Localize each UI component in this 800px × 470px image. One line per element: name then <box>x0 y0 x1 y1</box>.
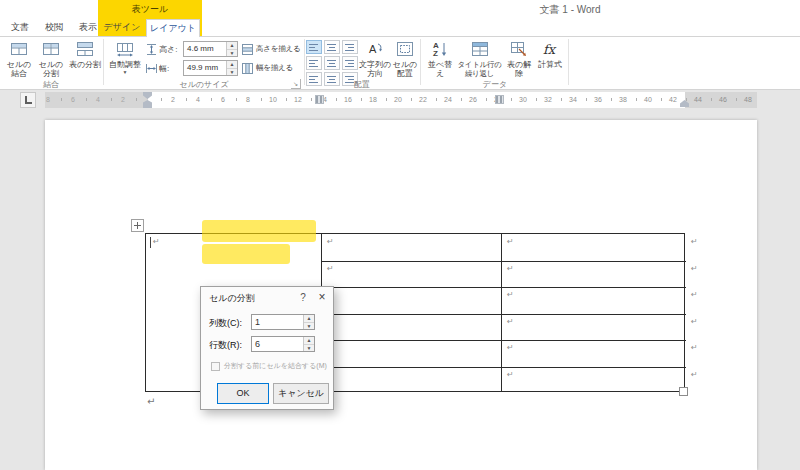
group-label-alignment: 配置 <box>304 79 420 90</box>
left-indent-marker[interactable] <box>143 105 152 108</box>
ruler-number: 20 <box>394 94 402 105</box>
distribute-columns-label: 幅を揃える <box>256 63 293 73</box>
ruler-number: 40 <box>644 94 652 105</box>
row-height-spinner[interactable]: ▲▼ <box>226 42 237 56</box>
ruler-number: 4 <box>96 94 100 105</box>
group-separator <box>103 39 104 85</box>
ruler-number: 8 <box>246 94 250 105</box>
formula-icon: fx <box>536 39 564 59</box>
ruler-number: 24 <box>444 94 452 105</box>
columns-count-value: 1 <box>255 315 260 329</box>
distribute-columns-button[interactable]: 幅を揃える <box>241 60 303 76</box>
cancel-button[interactable]: キャンセル <box>273 383 329 404</box>
row-height-input[interactable]: 4.6 mm ▲▼ <box>183 41 238 57</box>
ruler-number: 48 <box>744 94 752 105</box>
column-width-icon <box>145 61 158 74</box>
table-move-handle[interactable] <box>131 219 144 232</box>
group-label-data: データ <box>422 79 568 90</box>
text-direction-label: 文字列の方向 <box>358 60 392 78</box>
cell-margins-icon <box>392 39 418 59</box>
align-middle-right-button[interactable] <box>342 56 358 70</box>
split-cells-label: セルの分割 <box>36 60 66 78</box>
align-top-center-button[interactable] <box>324 40 340 54</box>
align-middle-center-button[interactable] <box>324 56 340 70</box>
rows-count-value: 6 <box>255 337 260 351</box>
ruler-number <box>411 98 412 101</box>
end-of-cell-marker: ↵ <box>691 264 698 274</box>
ruler-number: 38 <box>619 94 627 105</box>
ruler-number <box>736 98 737 101</box>
dialog-help-button[interactable]: ? <box>295 290 311 306</box>
table-row-border <box>321 340 686 341</box>
align-top-right-button[interactable] <box>342 40 358 54</box>
tab-table-design[interactable]: デザイン <box>100 19 144 36</box>
table-resize-handle[interactable] <box>679 387 688 396</box>
spin-down-icon[interactable]: ▼ <box>227 68 237 75</box>
alignment-lines-icon <box>345 50 354 51</box>
dialog-close-button[interactable]: × <box>313 289 331 306</box>
end-of-cell-marker: ↵ <box>327 264 334 274</box>
align-top-left-button[interactable] <box>306 40 322 54</box>
ruler-number: 18 <box>369 94 377 105</box>
spin-up-icon[interactable]: ▲ <box>304 315 314 322</box>
repeat-header-rows-label: タイトル行の繰り返し <box>457 60 502 78</box>
page[interactable]: ↵↵↵↵↵↵↵↵↵↵↵↵↵↵↵↵↵↵↵ ↵ <box>45 120 757 470</box>
end-of-cell-marker: ↵ <box>691 343 698 353</box>
spin-down-icon[interactable]: ▼ <box>304 322 314 329</box>
ruler-number <box>661 98 662 101</box>
table-row-border <box>321 287 686 288</box>
alignment-lines-icon <box>327 50 336 51</box>
column-width-input[interactable]: 49.9 mm ▲▼ <box>183 60 238 76</box>
tab-review[interactable]: 校閲 <box>40 19 68 36</box>
ruler-number: 16 <box>344 94 352 105</box>
end-of-cell-marker: ↵ <box>507 343 514 353</box>
distribute-rows-label: 高さを揃える <box>256 44 301 54</box>
alignment-lines-icon <box>327 44 336 45</box>
tab-mailings[interactable]: 文書 <box>6 19 34 36</box>
table-column-marker[interactable] <box>315 95 324 104</box>
end-of-cell-marker: ↵ <box>507 290 514 300</box>
cell-size-dialog-launcher-icon[interactable]: ↘ <box>291 79 301 89</box>
ruler-number <box>561 98 562 101</box>
ruler-number <box>536 98 537 101</box>
ruler-number: 44 <box>694 94 702 105</box>
ruler-number <box>61 98 62 101</box>
spin-down-icon[interactable]: ▼ <box>227 49 237 56</box>
spin-up-icon[interactable]: ▲ <box>227 61 237 68</box>
spin-up-icon[interactable]: ▲ <box>227 42 237 49</box>
dropdown-arrow-icon: ▼ <box>107 69 143 75</box>
ruler-number: 42 <box>669 94 677 105</box>
ruler-number: 22 <box>419 94 427 105</box>
ruler-number: 36 <box>594 94 602 105</box>
ruler-number <box>461 98 462 101</box>
cell-margins-label: セルの配置 <box>392 60 418 78</box>
spin-down-icon[interactable]: ▼ <box>304 344 314 351</box>
autofit-label: 自動調整 <box>107 60 143 69</box>
group-label-merge: 結合 <box>0 79 102 90</box>
word-window: 表ツール 文書 1 - Word 文書 校閲 表示 デザイン レイアウト セルの… <box>0 0 800 470</box>
columns-count-label: 列数(C): <box>209 317 242 330</box>
spin-up-icon[interactable]: ▲ <box>304 337 314 344</box>
tab-stop-selector[interactable] <box>20 92 36 108</box>
column-width-spinner[interactable]: ▲▼ <box>226 61 237 75</box>
tab-table-layout[interactable]: レイアウト <box>146 19 200 37</box>
distribute-rows-button[interactable]: 高さを揃える <box>241 41 303 57</box>
columns-count-input[interactable]: 1 ▲▼ <box>251 314 315 330</box>
align-middle-left-button[interactable] <box>306 56 322 70</box>
ruler-number <box>211 98 212 101</box>
columns-count-spinner[interactable]: ▲▼ <box>303 315 314 329</box>
group-label-cell-size: セルのサイズ <box>105 79 303 90</box>
ruler-number <box>336 98 337 101</box>
ok-button[interactable]: OK <box>217 383 269 404</box>
text-cursor <box>150 237 151 248</box>
convert-to-text-icon <box>503 39 535 59</box>
ruler-number <box>686 98 687 101</box>
rows-count-spinner[interactable]: ▲▼ <box>303 337 314 351</box>
rows-count-input[interactable]: 6 ▲▼ <box>251 336 315 352</box>
horizontal-ruler[interactable]: 2468101214161820222426283032343638404244… <box>45 92 757 108</box>
rows-count-label: 行数(R): <box>209 339 242 352</box>
formula-label: 計算式 <box>536 60 564 69</box>
table-column-marker[interactable] <box>495 95 504 104</box>
alignment-lines-icon <box>329 47 335 48</box>
convert-to-text-label: 表の解除 <box>503 60 535 78</box>
